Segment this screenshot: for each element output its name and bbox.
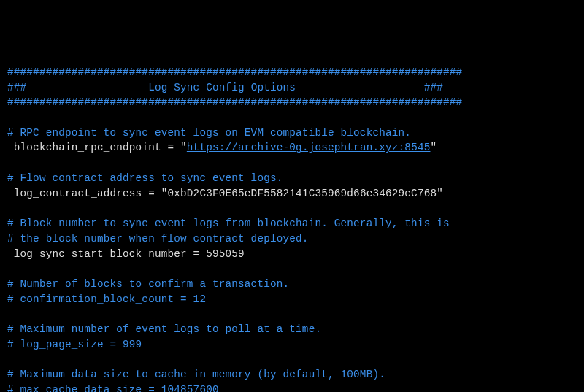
confirmation-block-line: # confirmation_block_count = 12 bbox=[7, 293, 206, 305]
header-bar-top: ########################################… bbox=[7, 66, 462, 78]
start-block-line: log_sync_start_block_number = 595059 bbox=[14, 248, 245, 260]
rpc-endpoint-eq: = " bbox=[161, 142, 187, 153]
header-bar-bottom: ########################################… bbox=[7, 96, 462, 108]
header-title-left: ### bbox=[7, 82, 26, 93]
rpc-endpoint-key: blockchain_rpc_endpoint bbox=[14, 142, 161, 153]
header-title-right: ### bbox=[424, 82, 443, 93]
rpc-endpoint-value[interactable]: https://archive-0g.josephtran.xyz:8545 bbox=[187, 142, 431, 153]
rpc-endpoint-comment: # RPC endpoint to sync event logs on EVM… bbox=[7, 127, 411, 139]
start-block-comment-2: # the block number when flow contract de… bbox=[7, 233, 309, 245]
contract-address-line: log_contract_address = "0xbD2C3F0E65eDF5… bbox=[14, 188, 443, 199]
contract-address-comment: # Flow contract address to sync event lo… bbox=[7, 172, 283, 184]
header-title: Log Sync Config Options bbox=[26, 82, 423, 93]
rpc-endpoint-close: " bbox=[430, 142, 437, 153]
cache-size-line: # max_cache_data_size = 104857600 bbox=[7, 384, 219, 392]
config-file: ########################################… bbox=[7, 65, 577, 392]
confirmation-block-comment: # Number of blocks to confirm a transact… bbox=[7, 278, 289, 290]
page-size-comment: # Maximum number of event logs to poll a… bbox=[7, 323, 321, 335]
page-size-line: # log_page_size = 999 bbox=[7, 339, 142, 350]
cache-size-comment: # Maximum data size to cache in memory (… bbox=[7, 369, 385, 380]
start-block-comment-1: # Block number to sync event logs from b… bbox=[7, 218, 450, 229]
